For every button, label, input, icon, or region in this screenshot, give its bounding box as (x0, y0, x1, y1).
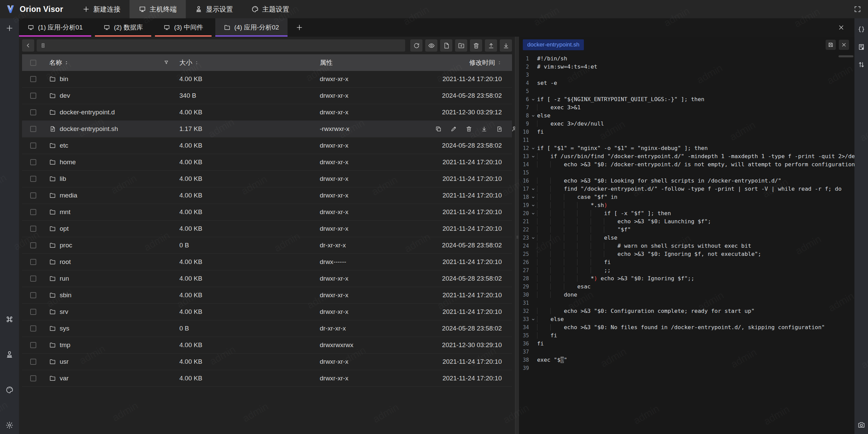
splitter-drag-handle[interactable] (515, 233, 520, 242)
row-checkbox[interactable] (30, 226, 36, 232)
menu-host-terminal[interactable]: 主机终端 (130, 0, 186, 18)
file-row-media[interactable]: media4.00 KBdrwxr-xr-x2021-11-24 17:20:1… (22, 187, 512, 204)
row-checkbox[interactable] (30, 76, 36, 82)
refresh-button[interactable] (410, 39, 422, 52)
file-row-sbin[interactable]: sbin4.00 KBdrwxr-xr-x2021-11-24 17:20:10 (22, 287, 512, 304)
file-row-docker-entrypoint.d[interactable]: docker-entrypoint.d4.00 KBdrwxr-xr-x2021… (22, 104, 512, 121)
fold-chevron-icon[interactable] (529, 315, 537, 323)
file-row-srv[interactable]: srv4.00 KBdrwxr-xr-x2021-11-24 17:20:10 (22, 304, 512, 320)
new-file-button[interactable] (440, 39, 452, 52)
column-size-label[interactable]: 大小 (179, 58, 192, 67)
menu-theme-settings[interactable]: 主题设置 (242, 0, 298, 18)
file-row-usr[interactable]: usr4.00 KBdrwxr-xr-x2021-11-24 17:20:10 (22, 354, 512, 370)
file-row-var[interactable]: var4.00 KBdrwxr-xr-x2021-11-24 17:20:10 (22, 370, 512, 387)
row-checkbox[interactable] (30, 176, 36, 182)
fold-chevron-icon[interactable] (529, 193, 537, 201)
file-bookmark-button[interactable] (856, 41, 867, 52)
back-button[interactable] (22, 39, 34, 52)
file-row-opt[interactable]: opt4.00 KBdrwxr-xr-x2021-11-24 17:20:10 (22, 221, 512, 237)
transfer-updown-button[interactable] (856, 59, 867, 70)
file-row-etc[interactable]: etc4.00 KBdrwxr-xr-x2024-05-28 23:58:02 (22, 137, 512, 154)
file-row-tmp[interactable]: tmp4.00 KBdrwxrwxrwx2021-12-30 03:29:10 (22, 337, 512, 354)
settings-gear-button[interactable] (4, 420, 15, 431)
terminal-tab-1[interactable]: (1) 应用-分析01 (19, 18, 91, 37)
column-name-label[interactable]: 名称 (49, 58, 62, 67)
file-row-proc[interactable]: proc0 Bdr-xr-xr-x2024-05-28 23:58:02 (22, 237, 512, 254)
row-checkbox[interactable] (30, 309, 36, 315)
fullscreen-button[interactable] (852, 4, 863, 15)
fold-spacer (529, 103, 537, 112)
trash-button[interactable] (470, 39, 482, 52)
fold-chevron-icon[interactable] (529, 144, 537, 152)
upload-button[interactable] (485, 39, 497, 52)
terminal-tab-3[interactable]: (3) 中间件 (155, 18, 212, 37)
save-button[interactable] (826, 40, 836, 50)
sort-size-icon[interactable] (194, 60, 199, 65)
panel-splitter[interactable] (515, 37, 519, 434)
file-row-dev[interactable]: dev340 Bdrwxr-xr-x2024-05-28 23:58:02 (22, 88, 512, 104)
file-row-docker-entrypoint.sh[interactable]: docker-entrypoint.sh1.17 KB-rwxrwxr-x (22, 121, 512, 137)
fold-chevron-icon[interactable] (529, 95, 537, 103)
row-checkbox[interactable] (30, 375, 36, 381)
palette-icon (5, 386, 14, 394)
screenshot-camera-button[interactable] (856, 419, 867, 430)
row-checkbox[interactable] (30, 93, 36, 99)
row-checkbox[interactable] (30, 143, 36, 149)
file-row-sys[interactable]: sys0 Bdr-xr-xr-x2024-05-28 23:58:02 (22, 320, 512, 337)
row-checkbox[interactable] (30, 209, 36, 215)
sort-mtime-icon[interactable] (497, 60, 502, 65)
row-checkbox[interactable] (30, 276, 36, 282)
fold-chevron-icon[interactable] (529, 201, 537, 209)
editor-scrollbar[interactable] (839, 55, 853, 57)
row-action-move[interactable] (496, 126, 503, 132)
menu-display-settings[interactable]: 显示设置 (186, 0, 242, 18)
rail-new-button[interactable] (4, 23, 15, 34)
filter-icon[interactable] (163, 60, 169, 65)
row-checkbox[interactable] (30, 159, 36, 165)
row-checkbox[interactable] (30, 325, 36, 332)
file-row-run[interactable]: run4.00 KBdrwxr-xr-x2024-05-28 23:58:02 (22, 270, 512, 287)
path-input[interactable] (37, 39, 405, 52)
column-mtime-label[interactable]: 修改时间 (469, 58, 495, 67)
file-row-home[interactable]: home4.00 KBdrwxr-xr-x2021-11-24 17:20:10 (22, 154, 512, 171)
terminal-tab-4[interactable]: (4) 应用-分析02 (215, 18, 288, 37)
row-action-delete[interactable] (466, 126, 472, 132)
fold-chevron-icon[interactable] (529, 112, 537, 120)
download-button[interactable] (500, 39, 512, 52)
row-checkbox[interactable] (30, 342, 36, 348)
command-shortcuts-button[interactable] (4, 314, 15, 325)
row-checkbox[interactable] (30, 259, 36, 265)
row-checkbox[interactable] (30, 292, 36, 298)
file-name: srv (60, 308, 68, 316)
row-action-copy[interactable] (435, 126, 442, 132)
editor-close-button[interactable] (839, 40, 849, 50)
eye-button[interactable] (425, 39, 437, 52)
terminal-tab-2[interactable]: (2) 数据库 (95, 18, 152, 37)
row-checkbox[interactable] (30, 242, 36, 248)
fold-chevron-icon[interactable] (529, 152, 537, 161)
sort-name-icon[interactable] (64, 60, 69, 65)
menu-new-connection[interactable]: 新建连接 (73, 0, 130, 18)
new-folder-button[interactable] (455, 39, 467, 52)
row-action-download[interactable] (481, 126, 488, 132)
code-editor[interactable]: 1#!/bin/sh2# vim:sw=4:ts=4:et34set -e56i… (519, 53, 854, 434)
select-all-checkbox[interactable] (30, 60, 36, 66)
row-checkbox[interactable] (30, 192, 36, 199)
fold-chevron-icon[interactable] (529, 234, 537, 242)
fold-chevron-icon[interactable] (529, 209, 537, 218)
file-row-bin[interactable]: bin4.00 KBdrwxr-xr-x2021-11-24 17:20:10 (22, 71, 512, 88)
file-row-root[interactable]: root4.00 KBdrwx------2021-11-24 17:20:10 (22, 254, 512, 270)
add-tab-button[interactable] (291, 18, 308, 37)
fold-chevron-icon[interactable] (529, 185, 537, 193)
display-settings-rail-button[interactable] (4, 349, 15, 360)
tabbar-close-button[interactable] (836, 22, 846, 33)
row-action-edit[interactable] (450, 126, 457, 132)
file-row-mnt[interactable]: mnt4.00 KBdrwxr-xr-x2021-11-24 17:20:10 (22, 204, 512, 221)
row-checkbox[interactable] (30, 359, 36, 365)
row-checkbox[interactable] (30, 126, 36, 132)
editor-file-tab[interactable]: docker-entrypoint.sh (523, 39, 584, 50)
file-row-lib[interactable]: lib4.00 KBdrwxr-xr-x2021-11-24 17:20:10 (22, 171, 512, 187)
theme-settings-rail-button[interactable] (4, 384, 15, 395)
row-checkbox[interactable] (30, 109, 36, 115)
variables-braces-button[interactable] (856, 24, 867, 35)
